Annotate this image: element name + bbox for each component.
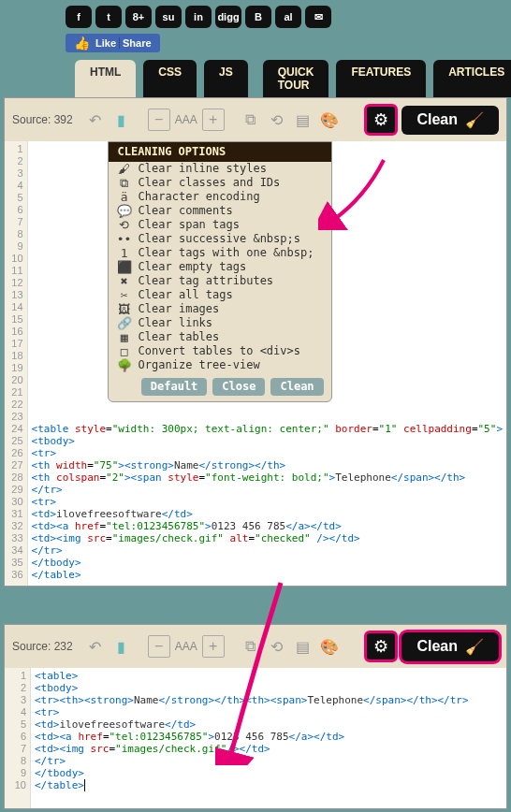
refresh-icon[interactable]: ⟲ [266, 109, 288, 131]
fb-like-share[interactable]: 👍 Like Share [66, 34, 160, 52]
tab-bar: HTMLCSSJSQUICK TOURFEATURESARTICLES [0, 60, 511, 97]
clean-label: Clean [416, 638, 458, 655]
option-row[interactable]: 1Clear tags with one &nbsp; [109, 246, 331, 260]
code-line: <td><img src="images/check.gif" alt="che… [32, 532, 503, 544]
social-icon[interactable]: t [95, 6, 122, 28]
clean-label: Clean [416, 111, 458, 128]
plus-icon[interactable]: + [202, 635, 225, 658]
tab-features[interactable]: FEATURES [336, 60, 426, 97]
social-icon[interactable]: B [245, 6, 271, 28]
file-icon[interactable]: ▮ [110, 109, 133, 131]
palette-icon[interactable]: 🎨 [318, 635, 341, 658]
tab-html[interactable]: HTML [75, 60, 136, 97]
code-line: </tr> [32, 484, 503, 496]
code-line: </tbody> [35, 767, 503, 779]
option-row[interactable]: ✂Clear all tags [109, 288, 331, 302]
option-row[interactable]: 🖌Clear inline styles [109, 162, 331, 176]
social-icon[interactable]: 8+ [125, 6, 152, 28]
option-row[interactable]: 🖼Clear images [109, 302, 331, 316]
option-icon: 💬 [116, 205, 133, 217]
copy-icon[interactable]: ⧉ [240, 109, 262, 131]
option-label: Clear tag attributes [139, 275, 274, 287]
font-size-label: AAA [174, 635, 198, 658]
copy-icon[interactable]: ⧉ [240, 635, 262, 658]
social-icon[interactable]: ✉ [305, 6, 331, 28]
editor-panel-2: Source: 232 ↶ ▮ − AAA + ⧉ ⟲ ▤ 🎨 ⚙ Clean … [4, 624, 507, 809]
palette-icon[interactable]: 🎨 [318, 109, 341, 131]
line-gutter: 1234567891011121314151617181920212223242… [5, 141, 28, 586]
file-icon[interactable]: ▮ [110, 635, 133, 658]
option-icon: ⬛ [116, 261, 133, 273]
refresh-icon[interactable]: ⟲ [266, 635, 288, 658]
option-row[interactable]: □Convert tables to <div>s [109, 344, 331, 358]
option-icon: □ [116, 345, 133, 357]
code-line: <tr> [35, 706, 503, 718]
option-row[interactable]: ⟲Clear span tags [109, 218, 331, 232]
code-editor-1[interactable]: 1234567891011121314151617181920212223242… [5, 141, 506, 586]
option-label: Clear all tags [139, 289, 233, 301]
option-row[interactable]: ⬛Clear empty tags [109, 260, 331, 274]
social-icon[interactable]: f [66, 6, 92, 28]
social-icon[interactable]: su [155, 6, 182, 28]
option-row[interactable]: 💬Clear comments [109, 204, 331, 218]
code-editor-2[interactable]: 12345678910 <table><tbody><tr><th><stron… [5, 668, 506, 808]
option-icon: ✂ [116, 289, 133, 301]
option-icon: 🌳 [116, 359, 133, 371]
code-line: <tr><th><strong>Name</strong></th><th><s… [35, 694, 503, 706]
code-line: <td><img src="images/check.gif"/></td> [35, 743, 503, 755]
social-icon[interactable]: in [185, 6, 212, 28]
options-buttons: DefaultCloseClean [109, 372, 331, 401]
toolbar-2: Source: 232 ↶ ▮ − AAA + ⧉ ⟲ ▤ 🎨 ⚙ Clean … [5, 625, 506, 668]
option-label: Organize tree-view [139, 359, 260, 371]
plus-icon[interactable]: + [202, 109, 225, 131]
code-line: <tr> [32, 447, 503, 459]
option-row[interactable]: äCharacter encoding [109, 190, 331, 204]
code-line: <th width="75"><strong>Name</strong></th… [32, 459, 503, 471]
code-line: <tr> [32, 496, 503, 508]
option-label: Clear tables [139, 331, 220, 343]
tab-css[interactable]: CSS [143, 60, 197, 97]
option-button-close[interactable]: Close [212, 378, 265, 396]
undo-icon[interactable]: ↶ [84, 635, 107, 658]
option-label: Clear images [139, 303, 220, 315]
minus-icon[interactable]: − [148, 635, 170, 658]
option-label: Clear links [139, 317, 212, 329]
option-row[interactable]: ▦Clear tables [109, 330, 331, 344]
code-line: <tbody> [35, 682, 503, 694]
option-row[interactable]: 🌳Organize tree-view [109, 358, 331, 372]
settings-button[interactable]: ⚙ [364, 631, 398, 662]
doc-icon[interactable]: ▤ [292, 635, 314, 658]
settings-button[interactable]: ⚙ [364, 104, 398, 136]
font-size-label: AAA [174, 109, 198, 131]
cleaning-options-panel: CLEANING OPTIONS 🖌Clear inline styles⧉Cl… [108, 141, 332, 402]
tab-js[interactable]: JS [204, 60, 248, 97]
broom-icon: 🧹 [465, 111, 484, 129]
tab-articles[interactable]: ARTICLES [433, 60, 511, 97]
code-line [32, 411, 503, 423]
clean-button[interactable]: Clean 🧹 [402, 106, 499, 135]
social-icon[interactable]: al [275, 6, 301, 28]
tab-quick-tour[interactable]: QUICK TOUR [263, 60, 329, 97]
option-row[interactable]: ⧉Clear classes and IDs [109, 176, 331, 190]
undo-icon[interactable]: ↶ [84, 109, 107, 131]
option-label: Clear comments [139, 205, 233, 217]
option-button-default[interactable]: Default [141, 378, 208, 396]
facebook-row: 👍 Like Share [0, 34, 511, 60]
code-area[interactable]: <table><tbody><tr><th><strong>Name</stro… [31, 668, 506, 808]
option-button-clean[interactable]: Clean [270, 378, 323, 396]
doc-icon[interactable]: ▤ [292, 109, 314, 131]
option-icon: ⧉ [116, 177, 133, 189]
code-area[interactable]: CLEANING OPTIONS 🖌Clear inline styles⧉Cl… [28, 141, 506, 586]
social-icon[interactable]: digg [215, 6, 241, 28]
minus-icon[interactable]: − [148, 109, 170, 131]
option-row[interactable]: ••Clear successive &nbsp;s [109, 232, 331, 246]
clean-button[interactable]: Clean 🧹 [402, 632, 499, 661]
fb-share-label: Share [119, 37, 154, 49]
line-gutter: 12345678910 [5, 668, 31, 808]
option-row[interactable]: ✖Clear tag attributes [109, 274, 331, 288]
option-row[interactable]: 🔗Clear links [109, 316, 331, 330]
option-label: Character encoding [139, 191, 260, 203]
code-line: </tbody> [32, 557, 503, 569]
option-icon: ⟲ [116, 219, 133, 231]
option-icon: ✖ [116, 275, 133, 287]
